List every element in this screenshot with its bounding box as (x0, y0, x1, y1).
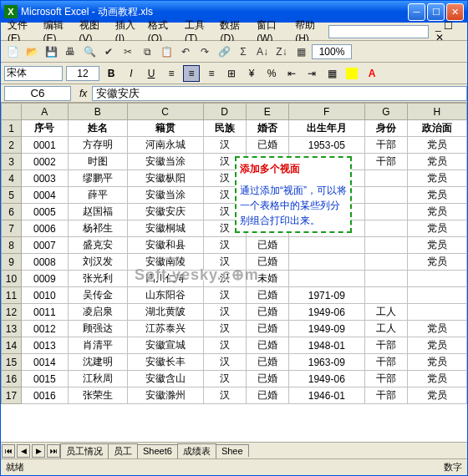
header-cell[interactable]: 籍贯 (127, 120, 203, 137)
paste-icon[interactable]: 📋 (158, 43, 175, 60)
header-cell[interactable]: 身份 (364, 120, 407, 137)
cell[interactable]: 0016 (22, 387, 69, 404)
col-header[interactable]: B (68, 104, 127, 120)
cell[interactable]: 0015 (22, 371, 69, 387)
col-header[interactable]: A (22, 104, 69, 120)
cell[interactable]: 0005 (22, 204, 69, 220)
cell[interactable]: 凌启泉 (68, 304, 127, 321)
spell-icon[interactable]: ✔ (100, 43, 117, 60)
cell[interactable]: 0003 (22, 170, 69, 187)
cell[interactable] (364, 271, 407, 287)
bold-button[interactable]: B (103, 65, 120, 82)
col-header[interactable]: H (407, 104, 466, 120)
col-header[interactable]: D (203, 104, 246, 120)
cell[interactable]: 刘汉发 (68, 254, 127, 271)
sum-icon[interactable]: Σ (235, 43, 252, 60)
cell[interactable]: 肖清平 (68, 337, 127, 354)
cell[interactable]: 工人 (364, 321, 407, 337)
cell[interactable]: 缪鹏平 (68, 170, 127, 187)
row-header[interactable]: 5 (2, 187, 22, 204)
row-header[interactable]: 3 (2, 154, 22, 170)
cell[interactable]: 汉 (203, 321, 246, 337)
row-header[interactable]: 12 (2, 304, 22, 321)
cell[interactable]: 0009 (22, 271, 69, 287)
cell[interactable]: 党员 (407, 371, 466, 387)
cell[interactable]: 党员 (407, 170, 466, 187)
cell[interactable]: 1948-01 (288, 337, 364, 354)
cell[interactable]: 0008 (22, 254, 69, 271)
cell[interactable]: 安徽长丰 (127, 354, 203, 371)
save-icon[interactable]: 💾 (43, 43, 59, 60)
cell[interactable]: 0012 (22, 321, 69, 337)
header-cell[interactable]: 婚否 (246, 120, 288, 137)
cell[interactable]: 薛平 (68, 187, 127, 204)
fx-label[interactable]: fx (79, 88, 87, 99)
row-header[interactable]: 13 (2, 321, 22, 337)
cell[interactable]: 汉 (203, 304, 246, 321)
tab-nav-last[interactable]: ⏭ (47, 444, 60, 458)
cell[interactable]: 干部 (364, 137, 407, 154)
cell[interactable]: 0010 (22, 287, 69, 304)
cell[interactable]: 已婚 (246, 237, 288, 254)
cell[interactable]: 1971-09 (288, 287, 364, 304)
row-header[interactable]: 17 (2, 387, 22, 404)
row-header[interactable]: 15 (2, 354, 22, 371)
preview-icon[interactable]: 🔍 (81, 43, 98, 60)
cell[interactable]: 党员 (407, 154, 466, 170)
cell[interactable]: 工人 (364, 304, 407, 321)
cell[interactable]: 党员 (407, 237, 466, 254)
borders-button[interactable]: ▦ (323, 65, 340, 82)
cell[interactable]: 已婚 (246, 337, 288, 354)
cell[interactable]: 汉 (203, 237, 246, 254)
link-icon[interactable]: 🔗 (216, 43, 232, 60)
cell[interactable]: 0014 (22, 354, 69, 371)
cell[interactable]: 安徽和县 (127, 237, 203, 254)
cell[interactable]: 河南永城 (127, 137, 203, 154)
indent-inc-button[interactable]: ⇥ (303, 65, 320, 82)
cell[interactable]: 已婚 (246, 321, 288, 337)
row-header[interactable]: 9 (2, 254, 22, 271)
cell[interactable]: 安徽宣城 (127, 337, 203, 354)
align-right-button[interactable]: ≡ (203, 65, 220, 82)
cell[interactable]: 0007 (22, 237, 69, 254)
row-header[interactable]: 2 (2, 137, 22, 154)
cell[interactable]: 已婚 (246, 354, 288, 371)
sheet-tab[interactable]: Sheet6 (137, 444, 178, 457)
sheet-tab[interactable]: 员工情况 (60, 443, 109, 458)
cell[interactable]: 1949-09 (288, 321, 364, 337)
cell[interactable]: 江苏泰兴 (127, 321, 203, 337)
tab-nav-first[interactable]: ⏮ (2, 444, 15, 458)
cell[interactable]: 已婚 (246, 304, 288, 321)
cell[interactable]: 方存明 (68, 137, 127, 154)
row-header[interactable]: 14 (2, 337, 22, 354)
cell[interactable]: 汉 (203, 371, 246, 387)
cell[interactable]: 党员 (407, 354, 466, 371)
row-header[interactable]: 10 (2, 271, 22, 287)
undo-icon[interactable]: ↶ (177, 43, 194, 60)
minimize-button[interactable]: ─ (408, 3, 425, 21)
align-center-button[interactable]: ≡ (183, 65, 200, 82)
cell[interactable]: 干部 (364, 354, 407, 371)
cell[interactable]: 湖北黄陂 (127, 304, 203, 321)
cell[interactable]: 安徽滁州 (127, 387, 203, 404)
cell[interactable] (288, 271, 364, 287)
help-search-input[interactable] (328, 25, 429, 38)
cell[interactable]: 汉 (203, 354, 246, 371)
cell[interactable]: 干部 (364, 154, 407, 170)
cell[interactable] (364, 187, 407, 204)
cell[interactable] (364, 220, 407, 237)
header-cell[interactable]: 出生年月 (288, 120, 364, 137)
tab-nav-next[interactable]: ▶ (32, 444, 45, 458)
fill-color-button[interactable] (343, 65, 360, 82)
italic-button[interactable]: I (123, 65, 140, 82)
tab-nav-prev[interactable]: ◀ (17, 444, 30, 458)
cell[interactable]: 安徽枞阳 (127, 170, 203, 187)
sort-desc-icon[interactable]: Z↓ (273, 43, 290, 60)
col-header[interactable]: E (246, 104, 288, 120)
cell[interactable] (364, 237, 407, 254)
cell[interactable]: 安徽当涂 (127, 154, 203, 170)
cell[interactable]: 汉 (203, 337, 246, 354)
header-cell[interactable]: 序号 (22, 120, 69, 137)
cell[interactable]: 党员 (407, 204, 466, 220)
cell[interactable]: 0004 (22, 187, 69, 204)
